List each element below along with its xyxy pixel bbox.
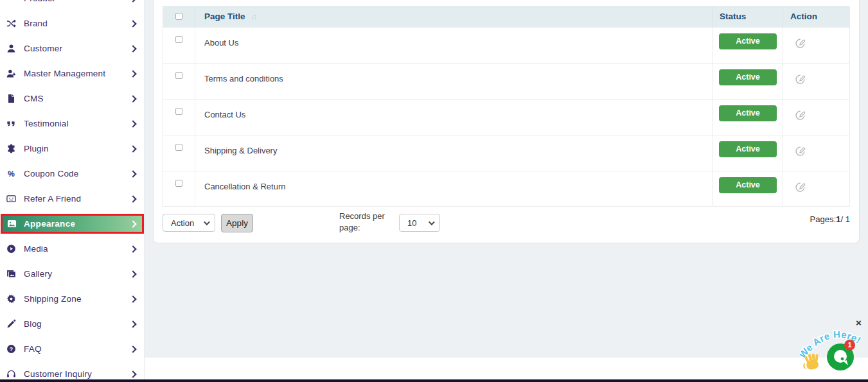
page-title-text: Terms and conditions — [204, 74, 283, 83]
sidebar-item-label: Testimonial — [24, 119, 69, 128]
sidebar-item-label: Refer A Friend — [24, 194, 81, 204]
puzzle-icon — [6, 144, 16, 154]
table-row: Shipping & DeliveryActive — [163, 135, 849, 171]
column-header-status: Status — [720, 12, 746, 21]
bulk-action-value: Action — [171, 218, 194, 228]
page-title-cell: About Us — [195, 28, 713, 63]
edit-icon[interactable] — [795, 74, 806, 87]
status-badge[interactable]: Active — [719, 177, 777, 193]
records-per-page-select[interactable]: 10 — [399, 214, 440, 232]
row-checkbox-cell — [163, 100, 195, 135]
shuffle-icon — [6, 19, 16, 29]
quote-icon — [6, 119, 16, 129]
sidebar-item-appearance: Appearance — [0, 211, 145, 236]
sidebar-item-coupon-code[interactable]: %Coupon Code — [0, 161, 145, 186]
sidebar-item-cms[interactable]: CMS — [0, 86, 145, 111]
status-cell: Active — [713, 64, 783, 99]
row-checkbox-cell — [163, 135, 195, 171]
sidebar-item-brand[interactable]: Brand — [0, 11, 145, 36]
sidebar-item-blog[interactable]: Blog — [0, 311, 145, 336]
apply-button[interactable]: Apply — [221, 214, 253, 232]
percent-icon: % — [6, 169, 16, 179]
records-per-page-label: Records per page: — [339, 211, 387, 233]
status-badge[interactable]: Active — [719, 105, 777, 121]
records-per-page-value: 10 — [407, 218, 416, 228]
sidebar-item-customer-inquiry[interactable]: Customer Inquiry — [0, 361, 145, 379]
page-title-text: Cancellation & Return — [204, 182, 285, 191]
status-badge[interactable]: Active — [719, 141, 777, 157]
headset-icon — [6, 369, 16, 379]
pages-table: Page Title ↓↑ Status Action About UsActi… — [163, 6, 850, 207]
header-action-cell: Action — [783, 6, 851, 27]
gallery-icon — [6, 269, 16, 279]
select-all-checkbox[interactable] — [175, 13, 182, 20]
action-cell — [783, 64, 851, 99]
sidebar-item-appearance-active[interactable]: Appearance — [1, 214, 144, 234]
gear-icon — [6, 294, 16, 304]
table-body: About UsActiveTerms and conditionsActive… — [163, 27, 849, 207]
icon — [6, 0, 16, 4]
chevron-right-icon — [129, 195, 136, 202]
content-lower-background — [145, 358, 868, 382]
sidebar-item-label: Product — [24, 0, 55, 3]
page-title-cell: Terms and conditions — [195, 64, 713, 99]
status-cell: Active — [713, 135, 783, 171]
svg-text:?: ? — [9, 346, 12, 352]
sort-icon[interactable]: ↓↑ — [251, 12, 256, 21]
table-header-row: Page Title ↓↑ Status Action — [163, 6, 849, 27]
edit-icon[interactable] — [795, 110, 806, 123]
chevron-right-icon — [129, 20, 136, 27]
row-checkbox-cell — [163, 28, 195, 63]
sidebar-item-plugin[interactable]: Plugin — [0, 136, 145, 161]
status-badge[interactable]: Active — [719, 33, 777, 49]
chevron-right-icon — [129, 270, 136, 277]
sidebar-item-testimonial[interactable]: Testimonial — [0, 111, 145, 136]
page-title-cell: Cancellation & Return — [195, 171, 713, 206]
sidebar-item-label: Shipping Zone — [24, 294, 82, 304]
status-badge[interactable]: Active — [719, 69, 777, 85]
sidebar-item-gallery[interactable]: Gallery — [0, 261, 145, 286]
page-title-text: Shipping & Delivery — [204, 146, 277, 155]
row-checkbox[interactable] — [175, 72, 182, 79]
row-checkbox[interactable] — [175, 108, 182, 115]
row-checkbox[interactable] — [175, 180, 182, 187]
play-circle-icon — [6, 244, 16, 254]
header-title-cell: Page Title ↓↑ — [195, 6, 713, 27]
sidebar-item-master-management[interactable]: Master Management — [0, 61, 145, 86]
table-row: Cancellation & ReturnActive — [163, 171, 849, 207]
row-checkbox[interactable] — [175, 36, 182, 43]
bottom-edge-bar — [0, 379, 868, 382]
page-title-cell: Contact Us — [195, 100, 713, 135]
svg-text:%: % — [8, 169, 15, 178]
sidebar-item-label: FAQ — [24, 344, 42, 354]
edit-icon[interactable] — [795, 146, 806, 159]
user-icon — [6, 44, 16, 54]
sidebar-item-media[interactable]: Media — [0, 236, 145, 261]
card-icon — [6, 194, 16, 204]
chevron-right-icon — [129, 370, 136, 378]
edit-icon[interactable] — [795, 182, 806, 195]
sidebar-item-label: Blog — [24, 319, 42, 329]
image-icon — [6, 219, 17, 229]
waving-hand-icon — [801, 351, 825, 375]
header-checkbox-cell — [163, 6, 195, 27]
row-checkbox-cell — [163, 171, 195, 206]
chevron-right-icon — [129, 170, 136, 177]
sidebar-item-label: CMS — [24, 94, 44, 103]
sidebar-item-shipping-zone[interactable]: Shipping Zone — [0, 286, 145, 311]
app-root: ProductBrandCustomerMaster ManagementCMS… — [0, 0, 868, 382]
question-circle-icon: ? — [6, 344, 16, 354]
sidebar-item-customer[interactable]: Customer — [0, 36, 145, 61]
table-row: About UsActive — [163, 27, 849, 63]
action-cell — [783, 135, 851, 171]
row-checkbox[interactable] — [175, 144, 182, 151]
sidebar-item-label: Plugin — [24, 144, 49, 153]
sidebar-item-label: Appearance — [24, 219, 75, 229]
sidebar-item-refer-a-friend[interactable]: Refer A Friend — [0, 186, 145, 211]
edit-icon[interactable] — [795, 38, 806, 51]
sidebar-item-product[interactable]: Product — [0, 0, 145, 11]
bulk-action-select[interactable]: Action — [163, 214, 215, 232]
page-title-text: About Us — [204, 38, 238, 48]
status-cell: Active — [713, 171, 783, 206]
sidebar-item-faq[interactable]: ?FAQ — [0, 336, 145, 361]
